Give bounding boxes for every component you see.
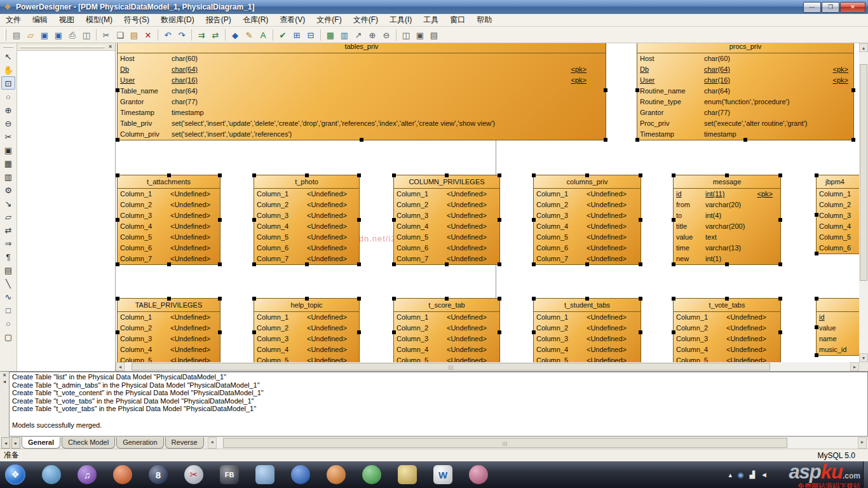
line-color-icon[interactable]: ✎ bbox=[242, 29, 256, 41]
tray-volume-icon[interactable]: ◄ bbox=[761, 471, 768, 478]
cut-icon[interactable]: ✂ bbox=[99, 29, 113, 41]
selection-handle[interactable] bbox=[635, 88, 639, 92]
selection-handle[interactable] bbox=[725, 297, 729, 301]
vscroll-thumb[interactable] bbox=[860, 64, 867, 281]
selection-handle[interactable] bbox=[639, 262, 642, 266]
selection-handle[interactable] bbox=[116, 330, 119, 334]
tab-scroll-left-icon[interactable]: ◂ bbox=[1, 437, 10, 449]
selection-handle[interactable] bbox=[815, 353, 818, 357]
tab-reverse[interactable]: Reverse bbox=[165, 437, 204, 449]
selection-handle[interactable] bbox=[815, 213, 818, 217]
browser-8ball-icon[interactable]: 8 bbox=[149, 465, 168, 484]
title-icon[interactable]: ¶ bbox=[1, 250, 15, 263]
selection-handle[interactable] bbox=[116, 88, 119, 92]
file-icon[interactable]: ▱ bbox=[1, 210, 15, 223]
grabber-icon[interactable]: ✋ bbox=[1, 63, 15, 76]
output-scroll-right-icon[interactable]: ▸ bbox=[858, 437, 867, 449]
selection-handle[interactable] bbox=[357, 262, 361, 266]
firefox-icon[interactable] bbox=[327, 465, 346, 484]
menu-item[interactable]: 文件 bbox=[0, 13, 27, 27]
selection-handle[interactable] bbox=[218, 262, 222, 266]
selection-handle[interactable] bbox=[357, 330, 361, 334]
selection-handle[interactable] bbox=[532, 262, 536, 266]
menu-item[interactable]: 编辑 bbox=[27, 13, 53, 27]
view-icon[interactable]: ▥ bbox=[1, 170, 15, 183]
package-icon[interactable]: ▣ bbox=[1, 143, 15, 156]
tab-scroll-right-icon[interactable]: ▸ bbox=[11, 437, 20, 449]
output-hscroll-thumb[interactable]: ||| bbox=[223, 438, 787, 448]
selection-handle[interactable] bbox=[532, 173, 536, 177]
dependency-icon[interactable]: ⇒ bbox=[1, 236, 15, 250]
table-jbpm4[interactable]: jbpm4Column_1<Undefined>Column_2<Undefin… bbox=[816, 175, 859, 254]
selection-handle[interactable] bbox=[498, 173, 501, 177]
selection-handle[interactable] bbox=[639, 173, 642, 177]
selection-handle[interactable] bbox=[167, 297, 171, 301]
menu-item[interactable]: 文件(F) bbox=[348, 13, 384, 27]
panel-grip[interactable] bbox=[20, 46, 105, 48]
window-tile-icon[interactable]: ◫ bbox=[399, 29, 413, 41]
selection-handle[interactable] bbox=[252, 218, 256, 222]
selection-handle[interactable] bbox=[252, 173, 256, 177]
print-preview-icon[interactable]: ◫ bbox=[79, 29, 93, 41]
sogou-icon[interactable] bbox=[113, 465, 132, 484]
selection-handle[interactable] bbox=[778, 330, 782, 334]
selection-handle[interactable] bbox=[252, 330, 256, 334]
procedure-icon[interactable]: ⚙ bbox=[1, 183, 15, 196]
delete-icon[interactable]: ✕ bbox=[141, 29, 155, 41]
selection-handle[interactable] bbox=[725, 173, 729, 177]
selection-handle[interactable] bbox=[218, 330, 222, 334]
window-arrange-icon[interactable]: ▤ bbox=[427, 29, 441, 41]
save-all-icon[interactable]: ▣ bbox=[51, 29, 65, 41]
selection-handle[interactable] bbox=[604, 138, 607, 142]
table-t_vote_tabs[interactable]: t_vote_tabsColumn_1<Undefined>Column_2<U… bbox=[673, 298, 781, 362]
selection-handle[interactable] bbox=[778, 297, 782, 301]
output-scroll-left-icon[interactable]: ◂ bbox=[208, 437, 217, 449]
selection-handle[interactable] bbox=[305, 173, 309, 177]
menu-item[interactable]: 文件(F) bbox=[311, 13, 347, 27]
cube-app-icon[interactable] bbox=[255, 465, 275, 484]
tab-general[interactable]: General bbox=[22, 437, 60, 449]
reference-tool-icon[interactable]: ↗ bbox=[351, 29, 365, 41]
zoom-out-icon[interactable]: ⊖ bbox=[1, 116, 15, 130]
selection-handle[interactable] bbox=[498, 262, 501, 266]
line-icon[interactable]: ╲ bbox=[1, 276, 15, 290]
table-tables_priv[interactable]: tables_privHostchar(60)Dbchar(64)<pk>Use… bbox=[117, 43, 606, 140]
table-unnamed[interactable]: id<pk>valuenamemusic_id bbox=[816, 298, 859, 356]
table-table_privileges[interactable]: TABLE_PRIVILEGESColumn_1<Undefined>Colum… bbox=[117, 298, 220, 362]
green-browser-icon[interactable] bbox=[362, 465, 381, 484]
compare-model-icon[interactable]: ⇄ bbox=[208, 29, 222, 41]
close-button[interactable]: ✕ bbox=[840, 2, 865, 13]
selection-handle[interactable] bbox=[725, 262, 729, 266]
screenshot-tool-icon[interactable]: ✂ bbox=[184, 465, 203, 484]
selection-handle[interactable] bbox=[815, 297, 818, 301]
table-columns_priv[interactable]: columns_privColumn_1<Undefined>Column_2<… bbox=[533, 175, 641, 265]
selection-handle[interactable] bbox=[445, 173, 449, 177]
diagram-canvas[interactable]: http://blog.csdn.net/i23hai45 tables_pri… bbox=[116, 43, 859, 362]
rounded-rectangle-icon[interactable]: ▢ bbox=[1, 330, 15, 343]
output-messages[interactable]: Create Table "list" in the Physical Data… bbox=[9, 372, 868, 437]
selection-handle[interactable] bbox=[672, 297, 675, 301]
menu-item[interactable]: 窗口 bbox=[444, 13, 471, 27]
table-column_privileges[interactable]: COLUMN_PRIVILEGESColumn_1<Undefined>Colu… bbox=[393, 175, 500, 265]
folder-icon[interactable] bbox=[398, 465, 417, 484]
selection-handle[interactable] bbox=[778, 262, 782, 266]
magnifier-icon[interactable]: ○ bbox=[1, 90, 15, 103]
menu-item[interactable]: 报告(P) bbox=[200, 13, 237, 27]
selection-handle[interactable] bbox=[305, 297, 309, 301]
selection-handle[interactable] bbox=[252, 297, 256, 301]
selection-handle[interactable] bbox=[357, 297, 361, 301]
print-icon[interactable]: ⎙ bbox=[65, 29, 79, 41]
paste-icon[interactable]: ▤ bbox=[127, 29, 141, 41]
table-icon[interactable]: ▦ bbox=[1, 156, 15, 170]
note-icon[interactable]: ▤ bbox=[1, 263, 15, 276]
reverse-engineer-icon[interactable]: ⊟ bbox=[304, 29, 318, 41]
selection-handle[interactable] bbox=[498, 218, 501, 222]
selection-handle[interactable] bbox=[116, 218, 119, 222]
copy-icon[interactable]: ❏ bbox=[113, 29, 127, 41]
table-message[interactable]: messageidint(11)<pk>fromvarchar(20)toint… bbox=[673, 175, 781, 265]
menu-item[interactable]: 仓库(R) bbox=[237, 13, 275, 27]
scissors-icon[interactable]: ✂ bbox=[1, 130, 15, 143]
selection-handle[interactable] bbox=[116, 297, 119, 301]
maxthon-icon[interactable] bbox=[291, 465, 310, 484]
selection-handle[interactable] bbox=[672, 262, 675, 266]
